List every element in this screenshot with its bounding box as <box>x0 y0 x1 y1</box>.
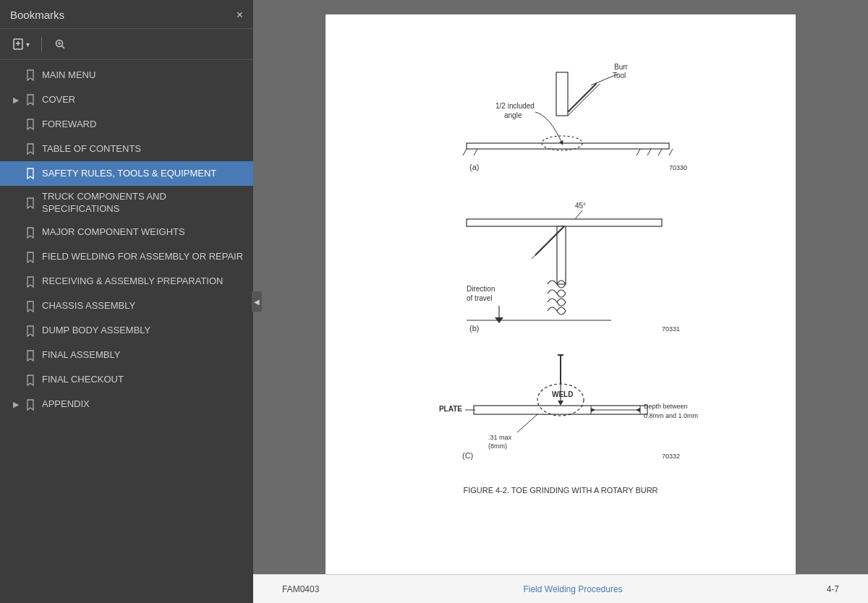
svg-line-13 <box>669 149 673 155</box>
bookmark-icon-main-menu <box>25 69 36 81</box>
sidebar-item-foreward[interactable]: FOREWARD <box>0 112 253 137</box>
svg-line-10 <box>637 149 640 155</box>
expand-icon-appendix: ▶ <box>10 400 22 409</box>
sidebar-item-dump-body[interactable]: DUMP BODY ASSEMBLY <box>0 319 253 343</box>
bookmark-label-cover: COVER <box>42 94 246 106</box>
svg-line-8 <box>463 149 467 155</box>
svg-line-12 <box>658 149 662 155</box>
add-bookmark-button[interactable]: ▾ <box>7 35 34 54</box>
bookmark-icon-final-assembly <box>25 350 36 362</box>
svg-text:70331: 70331 <box>662 325 680 333</box>
sidebar-header: Bookmarks × <box>0 0 253 29</box>
figure-b-diagram: 45° Direction of travel Direction of tra… <box>423 187 698 338</box>
page-content: 1/2 included angle Burr Tool (a) 70330 <box>326 14 796 574</box>
sidebar-item-final-assembly[interactable]: FINAL ASSEMBLY <box>0 343 253 368</box>
bookmark-label-foreward: FOREWARD <box>42 119 246 131</box>
bookmark-icon-receiving <box>25 276 36 288</box>
bookmark-label-final-assembly: FINAL ASSEMBLY <box>42 349 246 362</box>
svg-line-4 <box>62 46 65 49</box>
svg-rect-25 <box>467 219 662 226</box>
sidebar-item-main-menu[interactable]: MAIN MENU <box>0 63 253 87</box>
bookmark-label-truck-components: TRUCK COMPONENTS AND SPECIFICATIONS <box>42 191 246 215</box>
bookmark-icon-toc <box>25 143 36 155</box>
sidebar-item-toc[interactable]: TABLE OF CONTENTS <box>0 137 253 161</box>
expand-icon-cover: ▶ <box>10 95 22 105</box>
figure-a-section: 1/2 included angle Burr Tool (a) 70330 <box>369 43 752 174</box>
close-button[interactable]: × <box>237 9 243 21</box>
svg-line-17 <box>568 84 600 116</box>
page-footer: FAM0403 Field Welding Procedures 4-7 <box>253 574 868 603</box>
bookmark-label-toc: TABLE OF CONTENTS <box>42 143 246 155</box>
bookmark-icon-dump-body <box>25 325 36 337</box>
figure-c-section: PLATE WELD <box>369 351 752 467</box>
footer-center: Field Welding Procedures <box>523 584 622 594</box>
bookmark-icon-major-weights <box>25 227 36 239</box>
svg-rect-15 <box>556 72 568 116</box>
svg-text:(a): (a) <box>469 163 479 171</box>
svg-text:WELD: WELD <box>552 390 573 398</box>
main-content: 1/2 included angle Burr Tool (a) 70330 <box>253 0 868 603</box>
bookmark-label-field-welding: FIELD WELDING FOR ASSEMBLY OR REPAIR <box>42 251 246 263</box>
svg-text:Depth between: Depth between <box>644 403 688 410</box>
svg-text:angle: angle <box>504 111 522 119</box>
bookmark-label-dump-body: DUMP BODY ASSEMBLY <box>42 325 246 337</box>
sidebar-item-field-welding[interactable]: FIELD WELDING FOR ASSEMBLY OR REPAIR <box>0 245 253 270</box>
sidebar-item-safety[interactable]: SAFETY RULES, TOOLS & EQUIPMENT <box>0 161 253 186</box>
svg-line-57 <box>517 414 537 432</box>
svg-text:Direction: Direction <box>467 285 495 293</box>
sidebar-toolbar: ▾ <box>0 29 253 60</box>
bookmark-icon-chassis <box>25 301 36 312</box>
figure-b-section: 45° Direction of travel Direction of tra… <box>369 187 752 338</box>
svg-rect-26 <box>557 226 566 284</box>
bookmark-label-receiving: RECEIVING & ASSEMBLY PREPARATION <box>42 275 246 288</box>
svg-text:.31 max: .31 max <box>488 434 512 441</box>
bookmark-label-safety: SAFETY RULES, TOOLS & EQUIPMENT <box>42 168 246 180</box>
svg-rect-7 <box>467 143 669 149</box>
sidebar-item-appendix[interactable]: ▶APPENDIX <box>0 393 253 417</box>
svg-text:Burr: Burr <box>614 63 629 71</box>
bookmark-label-appendix: APPENDIX <box>42 398 246 411</box>
sidebar-title: Bookmarks <box>10 9 64 21</box>
footer-right: 4-7 <box>827 584 839 594</box>
sidebar: Bookmarks × ▾ MAIN MENU▶COVERFOREWARDTAB… <box>0 0 253 603</box>
bookmark-icon-safety <box>25 168 36 179</box>
sidebar-item-final-checkout[interactable]: FINAL CHECKOUT <box>0 368 253 393</box>
bookmark-label-major-weights: MAJOR COMPONENT WEIGHTS <box>42 226 246 239</box>
sidebar-item-truck-components[interactable]: TRUCK COMPONENTS AND SPECIFICATIONS <box>0 186 253 221</box>
svg-line-31 <box>532 230 561 259</box>
bookmark-icon-truck-components <box>25 197 36 209</box>
svg-text:(8mm): (8mm) <box>488 442 507 450</box>
bookmark-icon-appendix <box>25 399 36 411</box>
bookmark-label-main-menu: MAIN MENU <box>42 69 246 82</box>
bookmark-icon-foreward <box>25 119 36 130</box>
svg-marker-49 <box>558 401 563 406</box>
footer-left: FAM0403 <box>282 584 319 594</box>
svg-line-11 <box>647 149 651 155</box>
svg-line-9 <box>474 149 477 155</box>
sidebar-item-receiving[interactable]: RECEIVING & ASSEMBLY PREPARATION <box>0 270 253 294</box>
svg-text:0.8mm and 1.0mm: 0.8mm and 1.0mm <box>644 412 698 419</box>
search-bookmark-button[interactable] <box>49 35 71 54</box>
svg-line-16 <box>568 83 597 112</box>
svg-text:PLATE: PLATE <box>439 405 462 413</box>
sidebar-item-major-weights[interactable]: MAJOR COMPONENT WEIGHTS <box>0 221 253 245</box>
toolbar-divider <box>41 37 42 51</box>
sidebar-collapse-button[interactable]: ◀ <box>252 291 262 312</box>
svg-text:of travel: of travel <box>467 294 493 302</box>
svg-text:1/2 included: 1/2 included <box>495 102 535 110</box>
page-area: 1/2 included angle Burr Tool (a) 70330 <box>253 0 868 574</box>
svg-text:(C): (C) <box>462 451 473 460</box>
bookmark-icon-field-welding <box>25 252 36 263</box>
svg-text:Tool: Tool <box>613 72 626 80</box>
bookmark-icon-cover <box>25 94 36 106</box>
sidebar-item-chassis[interactable]: CHASSIS ASSEMBLY <box>0 294 253 319</box>
sidebar-items: MAIN MENU▶COVERFOREWARDTABLE OF CONTENTS… <box>0 60 253 603</box>
bookmark-icon-final-checkout <box>25 375 36 386</box>
svg-line-29 <box>575 210 582 219</box>
svg-text:70332: 70332 <box>662 453 680 460</box>
svg-text:(b): (b) <box>469 324 479 333</box>
svg-text:70330: 70330 <box>669 164 687 171</box>
figure-c-diagram: PLATE WELD <box>416 351 705 467</box>
sidebar-item-cover[interactable]: ▶COVER <box>0 87 253 112</box>
figure-a-diagram: 1/2 included angle Burr Tool (a) 70330 <box>423 43 698 174</box>
